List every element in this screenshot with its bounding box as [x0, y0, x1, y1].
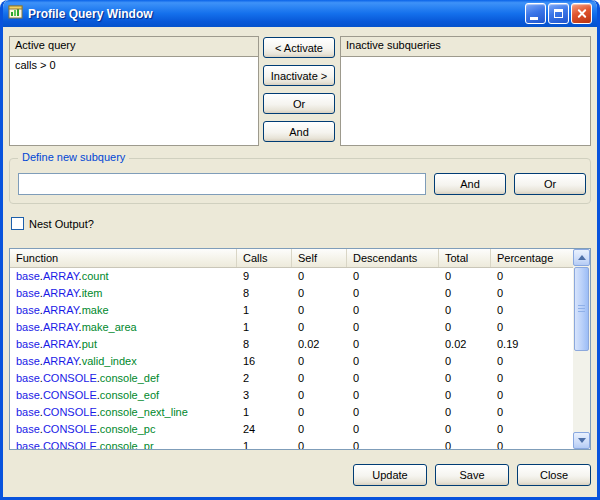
scroll-up-button[interactable] — [573, 249, 590, 266]
or-button[interactable]: Or — [263, 93, 335, 114]
active-query-list[interactable]: calls > 0 — [10, 56, 258, 145]
total-value: 0 — [439, 353, 491, 370]
column-header-total[interactable]: Total — [439, 249, 491, 267]
percentage-value: 0 — [491, 438, 573, 449]
column-header-descendants[interactable]: Descendants — [347, 249, 439, 267]
percentage-value: 0 — [491, 370, 573, 387]
function-name: base.CONSOLE.console_def — [10, 370, 237, 387]
titlebar[interactable]: Profile Query Window — [3, 0, 597, 27]
function-name: base.ARRAY.put — [10, 336, 237, 353]
table-row[interactable]: base.CONSOLE.console_def20000 — [10, 370, 573, 387]
scrollbar-thumb[interactable] — [574, 267, 589, 351]
close-button[interactable] — [571, 3, 592, 24]
close-icon — [576, 8, 587, 19]
save-button[interactable]: Save — [435, 464, 509, 486]
inactive-subqueries-label: Inactive subqueries — [341, 37, 590, 56]
table-row[interactable]: base.CONSOLE.console_eof30000 — [10, 387, 573, 404]
function-name: base.CONSOLE.console_pr — [10, 438, 237, 449]
window-title: Profile Query Window — [28, 7, 153, 21]
table-row[interactable]: base.ARRAY.count90000 — [10, 268, 573, 285]
nest-output-label: Nest Output? — [29, 218, 94, 230]
inactive-subqueries-panel: Inactive subqueries — [340, 36, 591, 146]
table-row[interactable]: base.ARRAY.item80000 — [10, 285, 573, 302]
self-value: 0 — [292, 387, 347, 404]
calls-value: 9 — [237, 268, 292, 285]
self-value: 0 — [292, 319, 347, 336]
calls-value: 1 — [237, 319, 292, 336]
table-row[interactable]: base.CONSOLE.console_pc240000 — [10, 421, 573, 438]
scroll-down-button[interactable] — [573, 432, 590, 449]
percentage-value: 0 — [491, 404, 573, 421]
total-value: 0 — [439, 302, 491, 319]
descendants-value: 0 — [347, 268, 439, 285]
percentage-value: 0 — [491, 421, 573, 438]
app-icon — [8, 4, 24, 24]
table-row[interactable]: base.ARRAY.make_area10000 — [10, 319, 573, 336]
table-row[interactable]: base.ARRAY.put80.0200.020.19 — [10, 336, 573, 353]
calls-value: 1 — [237, 438, 292, 449]
activate-button[interactable]: < Activate — [263, 37, 335, 58]
self-value: 0.02 — [292, 336, 347, 353]
calls-value: 8 — [237, 285, 292, 302]
descendants-value: 0 — [347, 336, 439, 353]
descendants-value: 0 — [347, 421, 439, 438]
close-window-button[interactable]: Close — [517, 464, 591, 486]
calls-value: 8 — [237, 336, 292, 353]
column-header-function[interactable]: Function — [10, 249, 237, 267]
self-value: 0 — [292, 438, 347, 449]
total-value: 0 — [439, 319, 491, 336]
table-row[interactable]: base.CONSOLE.console_next_line10000 — [10, 404, 573, 421]
function-name: base.ARRAY.make — [10, 302, 237, 319]
function-name: base.ARRAY.item — [10, 285, 237, 302]
query-item[interactable]: calls > 0 — [10, 57, 258, 73]
minimize-icon — [530, 17, 538, 20]
total-value: 0 — [439, 421, 491, 438]
table-row[interactable]: base.ARRAY.valid_index160000 — [10, 353, 573, 370]
minimize-button[interactable] — [525, 3, 546, 24]
percentage-value: 0 — [491, 353, 573, 370]
table-body[interactable]: base.ARRAY.count90000base.ARRAY.item8000… — [10, 268, 573, 449]
subquery-and-button[interactable]: And — [434, 173, 506, 195]
function-name: base.CONSOLE.console_next_line — [10, 404, 237, 421]
maximize-button[interactable] — [548, 3, 569, 24]
column-header-self[interactable]: Self — [292, 249, 347, 267]
thumb-grip-icon — [578, 305, 585, 313]
function-name: base.ARRAY.count — [10, 268, 237, 285]
descendants-value: 0 — [347, 285, 439, 302]
total-value: 0 — [439, 285, 491, 302]
table-header-row: FunctionCallsSelfDescendantsTotalPercent… — [10, 249, 573, 268]
function-name: base.CONSOLE.console_eof — [10, 387, 237, 404]
transfer-buttons: < Activate Inactivate > Or And — [263, 37, 335, 142]
arrow-up-icon — [578, 255, 586, 260]
total-value: 0 — [439, 404, 491, 421]
nest-output-checkbox[interactable] — [11, 217, 24, 230]
table-row[interactable]: base.CONSOLE.console_pr10000 — [10, 438, 573, 449]
descendants-value: 0 — [347, 438, 439, 449]
profile-table: FunctionCallsSelfDescendantsTotalPercent… — [9, 248, 591, 450]
function-name: base.ARRAY.make_area — [10, 319, 237, 336]
percentage-value: 0 — [491, 268, 573, 285]
descendants-value: 0 — [347, 302, 439, 319]
function-name: base.ARRAY.valid_index — [10, 353, 237, 370]
table-row[interactable]: base.ARRAY.make10000 — [10, 302, 573, 319]
total-value: 0 — [439, 370, 491, 387]
and-button[interactable]: And — [263, 121, 335, 142]
self-value: 0 — [292, 404, 347, 421]
update-button[interactable]: Update — [353, 464, 427, 486]
column-header-percentage[interactable]: Percentage — [491, 249, 573, 267]
column-header-calls[interactable]: Calls — [237, 249, 292, 267]
self-value: 0 — [292, 302, 347, 319]
inactivate-button[interactable]: Inactivate > — [263, 65, 335, 86]
calls-value: 3 — [237, 387, 292, 404]
function-name: base.CONSOLE.console_pc — [10, 421, 237, 438]
self-value: 0 — [292, 353, 347, 370]
define-subquery-group: Define new subquery And Or — [9, 158, 591, 204]
inactive-subqueries-list[interactable] — [341, 56, 590, 145]
descendants-value: 0 — [347, 319, 439, 336]
subquery-input[interactable] — [18, 173, 426, 195]
subquery-or-button[interactable]: Or — [514, 173, 586, 195]
vertical-scrollbar[interactable] — [573, 249, 590, 449]
maximize-icon — [554, 9, 563, 18]
percentage-value: 0 — [491, 319, 573, 336]
total-value: 0 — [439, 438, 491, 449]
